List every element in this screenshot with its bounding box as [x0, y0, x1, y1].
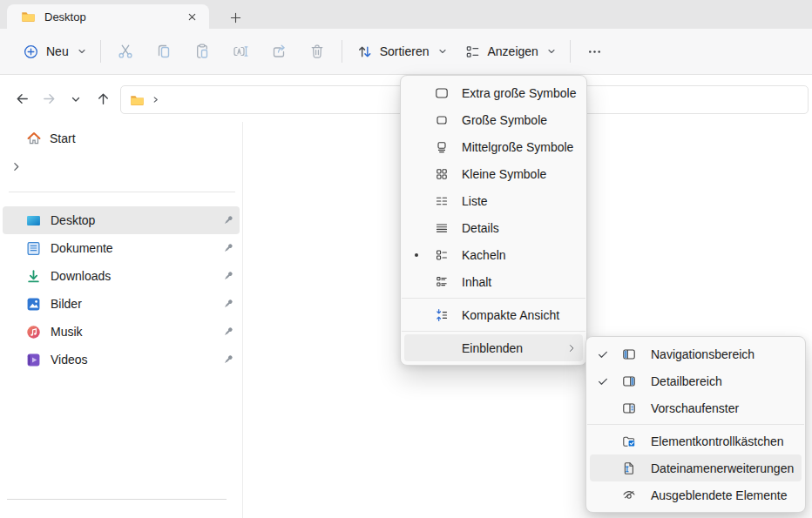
menu-item-details[interactable]: Details — [404, 214, 583, 241]
tiles-icon — [429, 248, 455, 262]
sort-icon — [356, 44, 373, 60]
copy-icon — [155, 43, 173, 60]
rename-icon — [232, 43, 249, 60]
menu-item-label: Details — [462, 221, 583, 235]
menu-item-mittelgrosse-symbole[interactable]: Mittelgroße Symbole — [404, 133, 583, 160]
submenu-item-elementkontrollkaestchen[interactable]: Elementkontrollkästchen — [590, 427, 802, 454]
preview-pane-icon — [616, 401, 642, 415]
chevron-down-icon — [438, 47, 447, 56]
pin-icon[interactable] — [222, 270, 234, 282]
submenu-item-label: Navigationsbereich — [651, 347, 802, 361]
see-more-button[interactable] — [576, 36, 614, 67]
menu-item-grosse-symbole[interactable]: Große Symbole — [404, 106, 583, 133]
pictures-icon — [26, 297, 41, 312]
toolbar-separator — [342, 40, 342, 63]
tab-close-icon[interactable] — [183, 8, 200, 25]
sidebar-item-start[interactable]: Start — [0, 125, 242, 151]
menu-separator — [402, 298, 585, 299]
delete-button[interactable] — [298, 36, 336, 67]
share-icon — [270, 43, 288, 60]
show-submenu: Navigationsbereich Detailbereich Vorscha… — [585, 336, 806, 513]
menu-item-label: Liste — [462, 194, 583, 208]
pin-icon[interactable] — [222, 214, 234, 226]
sidebar-item-label: Downloads — [51, 269, 111, 283]
sidebar-item-dokumente[interactable]: Dokumente — [3, 234, 240, 262]
videos-icon — [26, 353, 41, 367]
paste-icon — [193, 43, 211, 60]
extra-large-icons-icon — [429, 86, 455, 100]
sidebar-item-label: Desktop — [51, 213, 95, 227]
copy-button[interactable] — [145, 36, 183, 67]
new-button[interactable]: Neu — [14, 36, 95, 67]
toolbar-separator — [570, 40, 571, 63]
details-icon — [429, 221, 455, 235]
menu-item-kompakte-ansicht[interactable]: Kompakte Ansicht — [404, 301, 583, 328]
sidebar-item-desktop[interactable]: Desktop — [3, 206, 240, 234]
more-icon — [586, 44, 603, 60]
menu-item-label: Große Symbole — [462, 113, 583, 127]
view-dropdown-menu: Extra große Symbole Große Symbole Mittel… — [400, 75, 587, 366]
pin-icon[interactable] — [222, 326, 234, 338]
navigation-pane: Start Desktop Dokumente — [0, 122, 243, 518]
tab-desktop[interactable]: Desktop — [7, 4, 209, 29]
folder-icon — [130, 94, 145, 106]
pin-icon[interactable] — [222, 298, 234, 310]
music-icon — [26, 325, 41, 340]
tab-title: Desktop — [44, 10, 183, 24]
submenu-item-label: Detailbereich — [651, 374, 802, 388]
pin-icon[interactable] — [222, 242, 234, 254]
compact-view-icon — [429, 308, 455, 322]
back-button[interactable] — [9, 86, 35, 112]
recent-locations-button[interactable] — [63, 86, 89, 112]
paste-button[interactable] — [183, 36, 221, 67]
submenu-item-label: Dateinamenerweiterungen — [651, 461, 802, 475]
menu-item-kacheln[interactable]: Kacheln — [404, 241, 583, 268]
menu-separator — [402, 331, 585, 332]
menu-item-label: Extra große Symbole — [462, 86, 583, 100]
details-pane-icon — [616, 374, 642, 388]
menu-item-inhalt[interactable]: Inhalt — [404, 268, 583, 295]
up-button[interactable] — [90, 86, 116, 112]
submenu-item-navigationsbereich[interactable]: Navigationsbereich — [590, 340, 802, 367]
sidebar-item-videos[interactable]: Videos — [3, 346, 240, 373]
submenu-item-ausgeblendete-elemente[interactable]: Ausgeblendete Elemente — [590, 481, 802, 508]
view-button-label: Anzeigen — [488, 44, 538, 58]
menu-item-label: Kacheln — [462, 248, 583, 262]
menu-item-einblenden[interactable]: Einblenden — [404, 334, 583, 361]
breadcrumb-chevron-icon — [152, 96, 159, 104]
menu-item-extra-grosse-symbole[interactable]: Extra große Symbole — [404, 79, 583, 106]
share-button[interactable] — [260, 36, 298, 67]
sidebar-item-musik[interactable]: Musik — [3, 318, 240, 346]
new-button-label: Neu — [46, 44, 69, 58]
sidebar-item-downloads[interactable]: Downloads — [3, 262, 240, 290]
menu-item-kleine-symbole[interactable]: Kleine Symbole — [404, 160, 583, 187]
cut-button[interactable] — [106, 36, 145, 67]
submenu-item-label: Elementkontrollkästchen — [651, 434, 802, 448]
sort-button[interactable]: Sortieren — [348, 36, 456, 67]
item-checkboxes-icon — [616, 434, 642, 448]
submenu-item-label: Ausgeblendete Elemente — [651, 488, 802, 502]
sidebar-item-label: Videos — [51, 353, 88, 367]
submenu-item-dateinamenerweiterungen[interactable]: Dateinamenerweiterungen — [590, 454, 802, 481]
new-tab-button[interactable] — [225, 7, 246, 28]
menu-item-label: Kompakte Ansicht — [462, 308, 583, 322]
small-icons-icon — [429, 167, 455, 181]
tree-expander-icon[interactable] — [8, 158, 24, 174]
menu-item-liste[interactable]: Liste — [404, 187, 583, 214]
trash-icon — [308, 43, 326, 60]
large-icons-icon — [429, 113, 455, 127]
content-icon — [429, 275, 455, 289]
rename-button[interactable] — [221, 36, 260, 67]
view-button[interactable]: Anzeigen — [456, 36, 565, 67]
toolbar-separator — [100, 40, 101, 63]
home-icon — [26, 131, 42, 146]
forward-button[interactable] — [36, 86, 62, 112]
menu-item-label: Kleine Symbole — [462, 167, 583, 181]
sidebar-item-bilder[interactable]: Bilder — [3, 290, 240, 318]
list-icon — [429, 194, 455, 208]
sidebar-divider — [9, 192, 235, 192]
pin-icon[interactable] — [222, 353, 234, 366]
sidebar-divider — [7, 499, 227, 500]
submenu-item-vorschaufenster[interactable]: Vorschaufenster — [590, 394, 802, 421]
submenu-item-detailbereich[interactable]: Detailbereich — [590, 367, 802, 394]
